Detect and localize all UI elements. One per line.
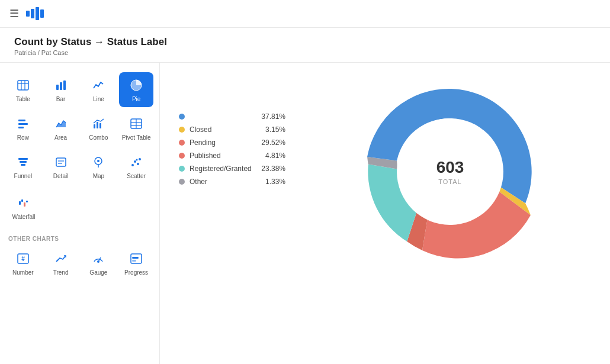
chart-type-line[interactable]: Line <box>82 72 116 107</box>
legend-dot-4 <box>179 166 185 172</box>
progress-icon <box>128 250 145 267</box>
map-icon <box>90 154 107 170</box>
sidebar: Table Bar <box>0 63 160 364</box>
table-icon <box>15 77 31 94</box>
svg-rect-2 <box>36 7 39 20</box>
map-label: Map <box>93 173 104 179</box>
trend-label: Trend <box>53 269 69 276</box>
waterfall-label: Waterfall <box>12 214 35 220</box>
number-icon: # <box>15 250 31 267</box>
row-label: Row <box>17 134 29 141</box>
svg-rect-9 <box>60 82 62 90</box>
svg-point-35 <box>136 159 138 161</box>
gauge-icon <box>90 250 107 267</box>
chart-type-pivot[interactable]: Pivot Table <box>119 111 153 146</box>
legend-item-4: Registered/Granted 23.38% <box>179 165 285 173</box>
svg-rect-23 <box>20 161 27 163</box>
breadcrumb: Patricia / Pat Case <box>14 49 596 56</box>
line-label: Line <box>93 96 104 102</box>
progress-label: Progress <box>124 269 148 276</box>
chart-type-area[interactable]: Area <box>44 111 78 146</box>
chart-type-combo[interactable]: Combo <box>82 111 116 146</box>
area-label: Area <box>54 134 67 141</box>
combo-label: Combo <box>89 134 108 141</box>
legend-item-1: Closed 3.15% <box>179 125 285 134</box>
svg-point-42 <box>97 260 99 263</box>
legend-label-2: Pending <box>190 138 256 147</box>
chart-type-gauge[interactable]: Gauge <box>82 246 116 281</box>
svg-rect-38 <box>24 202 25 207</box>
chart-type-funnel[interactable]: Funnel <box>6 149 40 184</box>
legend-pct-5: 1.33% <box>265 178 285 186</box>
legend-dot-2 <box>179 140 185 146</box>
chart-type-waterfall[interactable]: Waterfall <box>6 190 41 225</box>
chart-type-scatter[interactable]: Scatter <box>119 149 153 184</box>
legend-item-5: Other 1.33% <box>179 178 285 186</box>
number-label: Number <box>12 269 34 276</box>
chart-type-trend[interactable]: Trend <box>44 246 78 281</box>
page-header: Count by Status → Status Label Patricia … <box>0 28 610 63</box>
svg-rect-4 <box>18 80 28 90</box>
line-icon <box>90 77 107 94</box>
svg-rect-13 <box>18 123 28 125</box>
svg-point-34 <box>139 158 141 160</box>
legend-pct-4: 23.38% <box>261 165 285 173</box>
main-layout: Table Bar <box>0 63 610 364</box>
svg-rect-44 <box>132 257 139 259</box>
area-icon <box>53 115 69 132</box>
waterfall-icon <box>15 195 32 211</box>
svg-text:#: # <box>21 256 25 262</box>
legend-item-3: Published 4.81% <box>179 152 285 160</box>
gauge-label: Gauge <box>89 269 107 276</box>
combo-icon <box>90 115 107 132</box>
trend-icon <box>53 250 69 267</box>
pie-icon <box>128 77 145 94</box>
donut-chart: 603 TOTAL <box>355 77 545 266</box>
chart-type-pie[interactable]: Pie <box>119 72 153 107</box>
donut-total-number: 603 <box>436 158 464 177</box>
scatter-icon <box>128 154 145 170</box>
breadcrumb-user: Patricia <box>14 49 36 56</box>
funnel-label: Funnel <box>14 173 33 179</box>
svg-rect-39 <box>26 201 28 202</box>
hamburger-icon[interactable]: ☰ <box>9 7 19 20</box>
table-label: Table <box>16 96 30 102</box>
pie-label: Pie <box>132 96 140 102</box>
other-chart-grid: # Number Trend <box>6 246 153 281</box>
chart-type-row[interactable]: Row <box>6 111 40 146</box>
chart-type-detail[interactable]: Detail <box>44 149 78 184</box>
bar-icon <box>53 77 69 94</box>
legend-label-3: Published <box>190 152 261 160</box>
svg-rect-25 <box>56 158 66 166</box>
svg-rect-1 <box>31 9 34 18</box>
svg-rect-8 <box>56 85 59 90</box>
svg-point-32 <box>134 160 136 163</box>
svg-rect-16 <box>97 122 98 128</box>
breadcrumb-sep: / <box>36 49 41 56</box>
donut-chart-container: 603 TOTAL <box>309 77 591 266</box>
svg-rect-45 <box>132 260 136 262</box>
legend-dot-1 <box>179 127 185 133</box>
other-charts-label: OTHER CHARTS <box>6 231 153 246</box>
svg-point-31 <box>131 164 134 166</box>
legend-dot-0 <box>179 114 185 120</box>
svg-rect-12 <box>18 120 25 121</box>
content-area: 37.81% Closed 3.15% Pending 29.52% Publi… <box>160 63 610 364</box>
chart-type-bar[interactable]: Bar <box>44 72 78 107</box>
legend-dot-3 <box>179 153 185 159</box>
svg-rect-22 <box>18 158 28 160</box>
svg-point-33 <box>137 163 139 165</box>
legend-pct-1: 3.15% <box>265 125 285 134</box>
svg-rect-36 <box>19 201 21 205</box>
svg-rect-14 <box>18 127 24 128</box>
legend-item-2: Pending 29.52% <box>179 138 285 147</box>
chart-type-progress[interactable]: Progress <box>119 246 153 281</box>
page-title: Count by Status → Status Label <box>14 36 596 48</box>
chart-type-map[interactable]: Map <box>82 149 116 184</box>
detail-label: Detail <box>53 173 69 179</box>
chart-type-table[interactable]: Table <box>6 72 40 107</box>
legend-label-1: Closed <box>190 125 261 134</box>
legend-pct-2: 29.52% <box>261 138 285 147</box>
legend-item-0: 37.81% <box>179 112 285 121</box>
chart-type-number[interactable]: # Number <box>6 246 40 281</box>
